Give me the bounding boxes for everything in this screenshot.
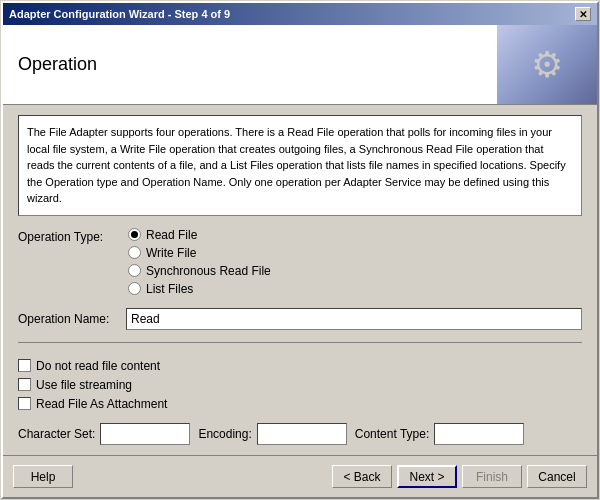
description-text: The File Adapter supports four operation… (18, 115, 582, 216)
divider-1 (18, 342, 582, 343)
back-button[interactable]: < Back (332, 465, 392, 488)
encoding-label: Encoding: (198, 427, 251, 441)
radio-list-files-label: List Files (146, 282, 193, 296)
radio-write-file-label: Write File (146, 246, 196, 260)
radio-item-write-file[interactable]: Write File (128, 246, 271, 260)
wizard-window: Adapter Configuration Wizard - Step 4 of… (1, 1, 599, 499)
radio-sync-read-label: Synchronous Read File (146, 264, 271, 278)
checkbox-no-read[interactable]: Do not read file content (18, 359, 582, 373)
finish-button[interactable]: Finish (462, 465, 522, 488)
checkbox-attachment[interactable]: Read File As Attachment (18, 397, 582, 411)
operation-type-label: Operation Type: (18, 228, 118, 244)
checkbox-attachment-box[interactable] (18, 397, 31, 410)
checkbox-file-stream[interactable]: Use file streaming (18, 378, 582, 392)
charset-label: Character Set: (18, 427, 95, 441)
close-button[interactable]: ✕ (575, 7, 591, 21)
radio-write-file[interactable] (128, 246, 141, 259)
charset-field: Character Set: (18, 423, 190, 445)
next-button[interactable]: Next > (397, 465, 457, 488)
cancel-button[interactable]: Cancel (527, 465, 587, 488)
page-title: Operation (18, 54, 97, 75)
gear-icon: ⚙ (531, 44, 563, 86)
radio-sync-read-file[interactable] (128, 264, 141, 277)
checkbox-no-read-box[interactable] (18, 359, 31, 372)
wizard-footer: Help < Back Next > Finish Cancel (3, 455, 597, 497)
footer-right: < Back Next > Finish Cancel (332, 465, 587, 488)
help-button[interactable]: Help (13, 465, 73, 488)
radio-item-list-files[interactable]: List Files (128, 282, 271, 296)
checkboxes-area: Do not read file content Use file stream… (18, 359, 582, 411)
main-area: The File Adapter supports four operation… (3, 105, 597, 455)
header-text: Operation (3, 25, 497, 104)
radio-read-file-label: Read File (146, 228, 197, 242)
operation-type-row: Operation Type: Read File Write File Syn… (18, 228, 582, 296)
encoding-field: Encoding: (198, 423, 346, 445)
radio-list-files[interactable] (128, 282, 141, 295)
wizard-header: Operation ⚙ (3, 25, 597, 105)
wizard-content: Operation ⚙ The File Adapter supports fo… (3, 25, 597, 497)
checkbox-file-stream-label: Use file streaming (36, 378, 132, 392)
operation-name-row: Operation Name: (18, 308, 582, 330)
operation-type-radio-group: Read File Write File Synchronous Read Fi… (128, 228, 271, 296)
encoding-input[interactable] (257, 423, 347, 445)
checkbox-no-read-label: Do not read file content (36, 359, 160, 373)
content-type-input[interactable] (434, 423, 524, 445)
footer-left: Help (13, 465, 73, 488)
checkbox-attachment-label: Read File As Attachment (36, 397, 167, 411)
radio-item-read-file[interactable]: Read File (128, 228, 271, 242)
header-icon-area: ⚙ (497, 25, 597, 104)
checkbox-file-stream-box[interactable] (18, 378, 31, 391)
radio-item-sync-read[interactable]: Synchronous Read File (128, 264, 271, 278)
encoding-row: Character Set: Encoding: Content Type: (18, 423, 582, 445)
content-type-label: Content Type: (355, 427, 430, 441)
content-type-field: Content Type: (355, 423, 525, 445)
title-bar: Adapter Configuration Wizard - Step 4 of… (3, 3, 597, 25)
window-title: Adapter Configuration Wizard - Step 4 of… (9, 8, 230, 20)
charset-input[interactable] (100, 423, 190, 445)
operation-name-input[interactable] (126, 308, 582, 330)
radio-read-file[interactable] (128, 228, 141, 241)
operation-name-label: Operation Name: (18, 312, 118, 326)
